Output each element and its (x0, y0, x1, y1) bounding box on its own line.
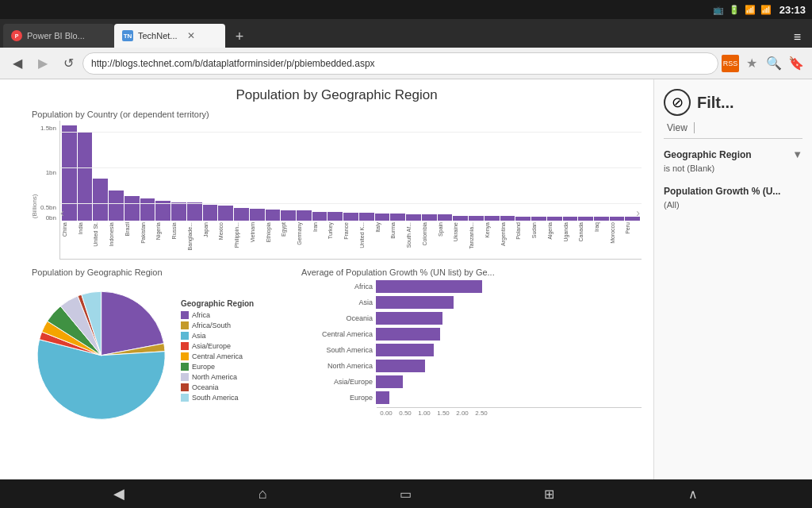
android-recents-button[interactable]: ▭ (390, 479, 422, 508)
bar-item[interactable] (78, 133, 93, 221)
bar-item[interactable] (359, 213, 374, 221)
hbar-bar[interactable] (376, 344, 434, 356)
battery-icon: 🔋 (729, 5, 740, 15)
bar-x-label: Poland (515, 222, 530, 240)
filter-view-divider (694, 122, 695, 133)
forward-button[interactable]: ▶ (32, 52, 54, 75)
bar-x-label: Morocco (610, 222, 625, 244)
bar-x-label: Japan (203, 222, 218, 237)
hbar-bar[interactable] (376, 312, 442, 325)
legend-item: North America (181, 373, 254, 381)
filter-geo-title: Geographic Region (664, 149, 752, 160)
url-input[interactable] (82, 52, 718, 75)
technet-favicon: TN (122, 30, 133, 41)
pie-chart-svg[interactable] (32, 280, 174, 423)
legend-label: Oceania (192, 383, 219, 391)
hbar-label: Asia (301, 298, 373, 306)
filter-geo-icon[interactable]: ▼ (792, 148, 802, 160)
hbar-bar[interactable] (376, 391, 389, 404)
bar-item[interactable] (438, 214, 453, 221)
bar-item[interactable] (124, 196, 140, 221)
hbar-x-tick: 1.50 (434, 410, 453, 417)
refresh-button[interactable]: ↺ (57, 52, 79, 75)
legend-color-box (181, 394, 189, 402)
bar-item[interactable] (171, 202, 186, 221)
legend-color-box (181, 373, 189, 381)
bar-item[interactable] (93, 179, 108, 221)
bar-x-label: Nigeria (155, 222, 170, 240)
report-title: Population by Geographic Region (32, 87, 642, 103)
android-chevron-up-button[interactable]: ∧ (677, 479, 709, 508)
tab-power-bi[interactable]: P Power BI Blo... (3, 24, 114, 48)
tab-technet[interactable]: TN TechNet... ✕ (114, 24, 225, 48)
bar-item[interactable] (515, 217, 530, 221)
bar-item[interactable] (453, 216, 468, 221)
legend-label: North America (192, 373, 237, 381)
legend-label: South America (192, 394, 239, 402)
tab-close-button[interactable]: ✕ (187, 30, 195, 41)
report-area: Population by Geographic Region Populati… (0, 79, 653, 479)
bar-item[interactable] (343, 213, 358, 221)
bar-item[interactable] (500, 216, 515, 221)
bar-item[interactable] (375, 214, 390, 221)
bar-item[interactable] (297, 210, 312, 221)
hbar-x-tick: 2.50 (472, 410, 491, 417)
hbar-bar[interactable] (376, 360, 425, 372)
bar-item[interactable] (406, 214, 421, 221)
legend-item: Africa (181, 311, 254, 319)
bar-item[interactable] (610, 217, 625, 221)
bar-item[interactable] (203, 205, 218, 221)
bar-item[interactable] (109, 190, 124, 221)
hbar-bar[interactable] (376, 328, 440, 341)
scroll-left-icon[interactable]: ‹ (60, 206, 64, 219)
legend-label: Central America (192, 352, 243, 360)
bar-item[interactable] (312, 212, 327, 221)
bar-item[interactable] (594, 217, 609, 221)
android-fullscreen-button[interactable]: ⊞ (534, 479, 565, 508)
new-tab-button[interactable]: + (228, 25, 251, 48)
y-tick-0.5bn: 0.5bn (40, 204, 56, 211)
bar-item[interactable] (140, 198, 155, 221)
bar-item[interactable] (469, 216, 484, 221)
bar-item[interactable] (547, 217, 562, 221)
bar-item[interactable] (390, 214, 405, 221)
bar-item[interactable] (187, 202, 202, 221)
hbar-x-axis: 0.000.501.001.502.002.50 (377, 407, 642, 417)
hbar-bar[interactable] (376, 375, 403, 388)
hbar-bar[interactable] (376, 280, 482, 293)
bar-item[interactable] (218, 206, 233, 221)
filter-view-button[interactable]: View (664, 121, 691, 135)
legend-color-box (181, 321, 189, 329)
bar-x-label: Uganda (563, 222, 578, 242)
hbar-bar[interactable] (376, 296, 454, 309)
bottom-charts: Population by Geographic Region Geograph… (32, 267, 642, 434)
hbar-row: North America (301, 360, 642, 372)
bar-item[interactable] (485, 216, 500, 221)
bar-x-label: Spain (438, 222, 453, 237)
android-home-button[interactable]: ⌂ (247, 479, 278, 508)
nav-bar: ◀ ▶ ↺ RSS ★ 🔍 🔖 (0, 48, 812, 79)
pie-chart-section: Population by Geographic Region Geograph… (32, 267, 293, 434)
bar-item[interactable] (327, 212, 343, 221)
search-icon[interactable]: 🔍 (764, 54, 783, 73)
bookmark-icon[interactable]: 🔖 (787, 54, 806, 73)
bar-x-label: Tanzania... (469, 222, 484, 249)
back-button[interactable]: ◀ (6, 52, 29, 75)
scroll-right-icon[interactable]: › (636, 206, 640, 219)
bar-item[interactable] (422, 214, 437, 221)
bar-item[interactable] (234, 208, 249, 221)
filter-section-growth: Population Growth % (U... (All) (664, 186, 802, 210)
bar-item[interactable] (266, 210, 281, 221)
bar-item[interactable] (563, 217, 578, 221)
bar-chart-body[interactable]: ChinaIndiaUnited St.IndonesiaBrazilPakis… (59, 121, 642, 260)
star-icon[interactable]: ★ (742, 54, 761, 73)
hbar-label: Oceania (301, 314, 373, 322)
hbar-label: South America (301, 346, 373, 354)
bar-item[interactable] (250, 209, 265, 221)
rss-icon[interactable]: RSS (722, 55, 739, 72)
bar-item[interactable] (281, 210, 296, 221)
bar-item[interactable] (531, 217, 546, 221)
bar-item[interactable] (578, 217, 593, 221)
android-back-button[interactable]: ◀ (103, 479, 135, 508)
browser-menu-button[interactable]: ≡ (786, 27, 809, 48)
